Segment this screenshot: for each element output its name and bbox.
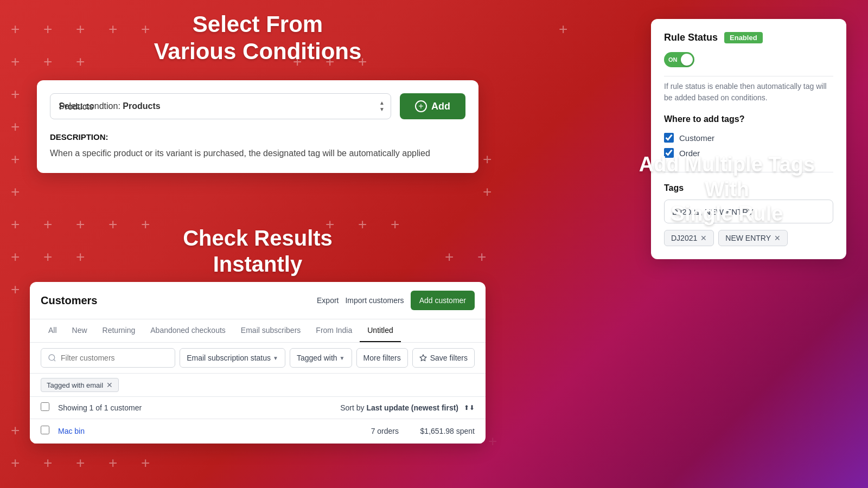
customer-checkbox-label: Customer — [679, 133, 714, 143]
export-link[interactable]: Export — [317, 296, 339, 305]
bottom-heading-line2: Single Rule — [671, 202, 783, 225]
right-panel: Rule Status Enabled ON If rule status is… — [651, 19, 846, 259]
tags-chips: DJ2021 ✕ NEW ENTRY ✕ — [664, 230, 833, 246]
check-results-heading: Check Results Instantly — [0, 225, 515, 277]
where-to-add-title: Where to add tags? — [664, 114, 833, 124]
remove-tag-new-entry-icon[interactable]: ✕ — [774, 234, 781, 242]
tagged-with-email-badge: Tagged with email ✕ — [41, 378, 119, 392]
add-plus-icon: + — [415, 100, 427, 112]
email-subscription-filter[interactable]: Email subscription status ▼ — [180, 348, 285, 368]
star-icon — [419, 354, 427, 362]
bottom-heading-line1: Add Multiple Tags With — [639, 153, 815, 201]
customers-title: Customers — [41, 294, 97, 307]
add-button[interactable]: + Add — [400, 93, 465, 119]
top-heading: Select From Various Conditions — [0, 11, 515, 66]
customer-checkbox[interactable] — [41, 426, 49, 434]
select-all-checkbox[interactable] — [41, 402, 49, 411]
condition-select-wrapper[interactable]: Products Order Total Customer Tags Locat… — [50, 93, 391, 119]
tag-chip-dj2021: DJ2021 ✕ — [664, 230, 714, 246]
tab-from-india[interactable]: From India — [308, 319, 360, 342]
enabled-badge: Enabled — [724, 32, 763, 43]
svg-point-0 — [49, 355, 55, 361]
description-text: When a specific product or its variant i… — [50, 147, 465, 160]
showing-count: Showing 1 of 1 customer — [58, 403, 340, 412]
tab-all[interactable]: All — [41, 319, 65, 342]
toggle-knob — [681, 54, 693, 66]
customer-orders: 7 orders — [334, 427, 399, 435]
remove-filter-icon[interactable]: ✕ — [106, 381, 113, 389]
import-customers-link[interactable]: Import customers — [345, 296, 404, 305]
customers-card: Customers Export Import customers Add cu… — [30, 282, 486, 444]
tab-abandoned-checkouts[interactable]: Abandoned checkouts — [143, 319, 233, 342]
add-customer-button[interactable]: Add customer — [411, 291, 475, 310]
tag-chip-new-entry: NEW ENTRY ✕ — [718, 230, 788, 246]
customer-checkbox-option[interactable] — [664, 133, 674, 143]
filters-row: Email subscription status ▼ Tagged with … — [30, 343, 486, 374]
chevron-icon: ⬆⬇ — [464, 404, 475, 412]
customer-row: Mac bin 7 orders $1,651.98 spent — [30, 419, 486, 444]
chevron-down-icon: ▼ — [340, 355, 345, 361]
toggle-on-label: ON — [668, 56, 678, 63]
rule-status-toggle[interactable]: ON — [664, 52, 694, 67]
search-box — [41, 348, 175, 368]
active-filters-row: Tagged with email ✕ — [30, 374, 486, 397]
remove-tag-dj2021-icon[interactable]: ✕ — [700, 234, 707, 242]
search-input[interactable] — [61, 354, 168, 362]
top-heading-line1: Select From — [193, 11, 323, 37]
customer-name[interactable]: Mac bin — [58, 427, 334, 435]
table-header: Showing 1 of 1 customer Sort by Last upd… — [30, 397, 486, 419]
customer-spent: $1,651.98 spent — [399, 427, 475, 435]
rule-status-title: Rule Status — [664, 32, 718, 43]
check-heading-line1: Check Results — [183, 226, 333, 250]
top-heading-line2: Various Conditions — [154, 38, 362, 64]
condition-select[interactable]: Products Order Total Customer Tags Locat… — [50, 93, 391, 119]
search-icon — [48, 354, 56, 362]
tab-untitled[interactable]: Untitled — [360, 319, 400, 342]
tab-new[interactable]: New — [65, 319, 95, 342]
condition-card: Products Order Total Customer Tags Locat… — [37, 80, 478, 173]
rule-description: If rule status is enable then automatica… — [664, 76, 833, 104]
tabs-row: All New Returning Abandoned checkouts Em… — [30, 319, 486, 343]
tagged-with-filter[interactable]: Tagged with ▼ — [290, 348, 352, 368]
svg-marker-1 — [420, 355, 426, 361]
bottom-right-heading: Add Multiple Tags With Single Rule — [629, 152, 825, 227]
check-heading-line2: Instantly — [213, 252, 302, 276]
chevron-down-icon: ▼ — [273, 355, 278, 361]
description-label: DESCRIPTION: — [50, 132, 465, 142]
more-filters-button[interactable]: More filters — [356, 348, 408, 368]
sort-select[interactable]: Sort by Last update (newest first) ⬆⬇ — [340, 403, 475, 412]
add-button-label: Add — [431, 101, 450, 112]
save-filters-button[interactable]: Save filters — [412, 348, 475, 368]
tab-returning[interactable]: Returning — [95, 319, 143, 342]
tab-email-subscribers[interactable]: Email subscribers — [233, 319, 308, 342]
